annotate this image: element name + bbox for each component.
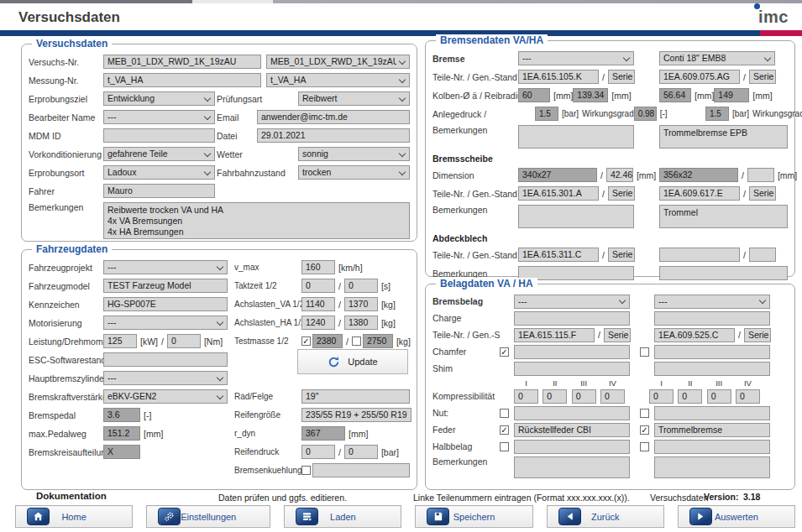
kolben-ha-input[interactable]: 56.64 (659, 88, 691, 102)
fahrzeugmodel-input[interactable]: TEST Farzeug Model (103, 279, 228, 293)
reifendruck1-input[interactable]: 0 (301, 445, 335, 459)
load-button[interactable]: Laden (284, 505, 401, 528)
taktzeit2-input[interactable]: 0 (344, 279, 378, 293)
bremskraftverstaerker-dropdown[interactable]: eBKV-GEN2 (103, 389, 228, 404)
abdeckblech-teile-nr-ha-input[interactable] (659, 248, 740, 262)
taktzeit1-input[interactable]: 0 (301, 279, 335, 293)
gen-stand-ha-input[interactable]: Serie (749, 70, 776, 84)
gen-stand-va-input[interactable]: Serie (608, 70, 635, 84)
scheibe-teile-nr-va-input[interactable]: 1EA.615.301.A (518, 186, 599, 201)
achslasten-va1-input[interactable]: 1140 (301, 297, 335, 311)
scheibe-gen-stand-va-input[interactable]: Serie (608, 186, 635, 201)
bremse-va-dropdown[interactable]: --- (518, 51, 634, 65)
kennzeichen-input[interactable]: HG-SP007E (103, 297, 228, 311)
charge-ha-input[interactable] (654, 311, 770, 326)
back-button[interactable]: Zurück (547, 505, 664, 528)
update-button[interactable]: Update (297, 349, 408, 374)
fahrer-input[interactable]: Mauro (103, 184, 215, 198)
bremse-ha-dropdown[interactable]: Conti 18" EMB8 (659, 51, 775, 65)
achslasten-ha1-input[interactable]: 1240 (301, 316, 335, 330)
scheibe-teile-nr-ha-input[interactable]: 1EA.609.617.E (659, 186, 740, 201)
settings-button[interactable]: Einstellungen (146, 505, 270, 528)
scheibe-bemerkungen-va-input[interactable] (518, 205, 634, 228)
teile-nr-ha-input[interactable]: 1EA.609.075.AG (659, 70, 740, 84)
chamfer-ha-input[interactable] (654, 345, 770, 359)
versuchs-nr-dropdown[interactable]: MEB_01_LDX_RWD_1K_19zAU (266, 55, 410, 69)
evaluate-button[interactable]: Auswerten (678, 505, 795, 528)
r-dyn-input[interactable]: 367 (301, 426, 345, 441)
wirkungsgrad-va-input[interactable]: 0.98 (634, 107, 657, 121)
shim-ha-input[interactable] (654, 362, 770, 376)
scheibe-dicke-ha-input[interactable] (747, 168, 774, 182)
belag-bemerkungen-ha-input[interactable] (654, 456, 770, 478)
anlegedruck-va-input[interactable]: 1.5 (535, 107, 558, 121)
chamfer-ha-checkbox[interactable] (640, 347, 649, 357)
scheibe-dicke-va-input[interactable]: 42.46 (606, 168, 633, 182)
datei-input[interactable]: 29.01.2021 (257, 128, 410, 143)
messung-nr-input[interactable]: t_VA_HA (103, 73, 261, 87)
testmasse2-checkbox[interactable] (352, 336, 361, 346)
bremspedal-input[interactable]: 3.6 (103, 408, 140, 422)
abdeckblech-bemerkungen-ha-input[interactable] (659, 266, 788, 280)
bemerkungen-input[interactable]: Reibwerte trocken VA und HA 4x VA Bremsu… (103, 202, 410, 239)
belag-gen-stand-ha-input[interactable]: Serie (744, 328, 771, 342)
fahrzeugprojekt-dropdown[interactable]: --- (103, 260, 228, 274)
kompressibilitaet-va2-input[interactable]: 0 (543, 389, 567, 404)
save-button[interactable]: Speichern (415, 505, 532, 528)
kolben-va-input[interactable]: 60 (518, 88, 550, 102)
esc-softwarestand-input[interactable] (103, 352, 228, 367)
kompressibilitaet-va3-input[interactable]: 0 (572, 389, 596, 404)
scheibe-dimension-va-input[interactable]: 340x27 (518, 168, 597, 182)
email-input[interactable]: anwender@imc-tm.de (257, 110, 410, 124)
bearbeiter-name-dropdown[interactable]: --- (103, 110, 215, 124)
nut-va-input[interactable] (514, 406, 630, 420)
abdeckblech-gen-stand-ha-input[interactable] (749, 248, 776, 262)
scheibe-bemerkungen-ha-input[interactable]: Trommel (659, 205, 788, 228)
bremsenkuehlung-checkbox[interactable] (301, 466, 311, 475)
pruefungsart-dropdown[interactable]: Reibwert (298, 91, 410, 106)
scheibe-gen-stand-ha-input[interactable]: Serie (749, 186, 776, 201)
kompressibilitaet-ha4-input[interactable]: 0 (736, 389, 760, 404)
bremskreisaufteilung-input[interactable]: X (103, 445, 140, 459)
reifendruck2-input[interactable]: 0 (344, 445, 378, 459)
teile-nr-va-input[interactable]: 1EA.615.105.K (518, 70, 599, 84)
kompressibilitaet-ha2-input[interactable]: 0 (678, 389, 702, 404)
belag-teile-nr-va-input[interactable]: 1EA.615.115.F (514, 328, 595, 342)
fahrbahnzustand-dropdown[interactable]: trocken (298, 165, 410, 180)
feder-ha-input[interactable]: Trommelbremse (654, 423, 770, 437)
messung-nr-dropdown[interactable]: t_VA_HA (266, 73, 410, 87)
testmasse1-input[interactable]: 2380 (312, 334, 343, 348)
wetter-dropdown[interactable]: sonnig (298, 147, 410, 161)
chamfer-va-input[interactable] (514, 345, 630, 359)
mdm-id-input[interactable] (103, 128, 215, 143)
reibradius-ha-input[interactable]: 149 (714, 88, 749, 102)
bremse-bemerkungen-ha-input[interactable]: Trommelbremse EPB (659, 125, 788, 149)
bremsbelag-ha-dropdown[interactable]: --- (654, 295, 770, 309)
reibradius-va-input[interactable]: 139.34 (573, 88, 608, 102)
belag-bemerkungen-va-input[interactable] (514, 456, 630, 478)
erprobungsziel-dropdown[interactable]: Entwicklung (103, 91, 215, 106)
halbbelag-ha-input[interactable] (654, 440, 770, 454)
testmasse1-checkbox[interactable]: ✓ (301, 336, 311, 346)
nut-ha-input[interactable] (654, 406, 770, 420)
bremsenkuehlung-input[interactable] (312, 463, 410, 477)
max-pedalweg-input[interactable]: 151.2 (103, 426, 140, 441)
halbbelag-ha-checkbox[interactable] (640, 442, 649, 451)
bremsbelag-va-dropdown[interactable]: --- (514, 295, 630, 309)
testmasse2-input[interactable]: 2750 (363, 334, 393, 348)
feder-ha-checkbox[interactable]: ✓ (640, 425, 649, 435)
achslasten-va2-input[interactable]: 1370 (344, 297, 378, 311)
charge-va-input[interactable] (514, 311, 630, 326)
versuchs-nr-input[interactable]: MEB_01_LDX_RWD_1K_19zAU (103, 55, 261, 69)
reifengroesse-input[interactable]: 235/55 R19 + 255/50 R19 (301, 408, 411, 422)
drehmoment-input[interactable]: 0 (167, 334, 201, 348)
belag-teile-nr-ha-input[interactable]: 1EA.609.525.C (654, 328, 735, 342)
abdeckblech-gen-stand-va-input[interactable]: Serie (608, 248, 635, 262)
hauptbremszylinder-dropdown[interactable]: --- (103, 371, 228, 385)
halbbelag-va-checkbox[interactable] (500, 442, 509, 451)
kompressibilitaet-va1-input[interactable]: 0 (514, 389, 538, 404)
leistung-input[interactable]: 125 (103, 334, 137, 348)
chamfer-va-checkbox[interactable]: ✓ (500, 347, 509, 357)
motorisierung-dropdown[interactable]: --- (103, 316, 228, 330)
feder-va-checkbox[interactable]: ✓ (500, 425, 509, 435)
